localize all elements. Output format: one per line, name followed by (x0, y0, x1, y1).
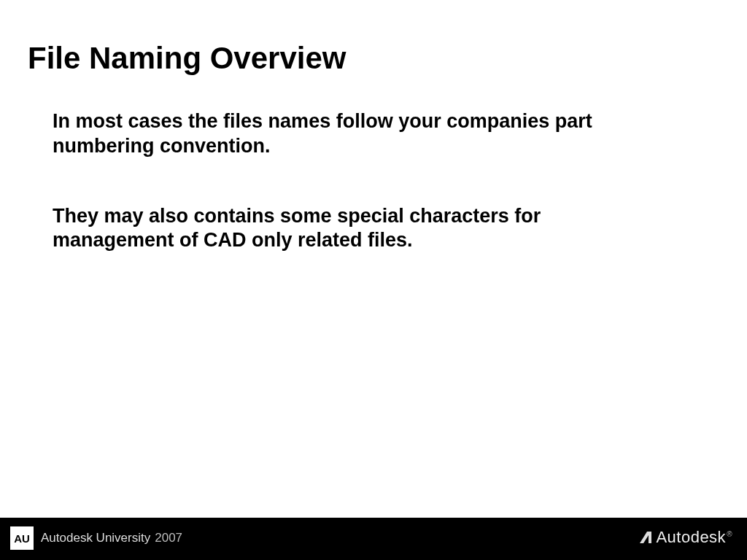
paragraph-1: In most cases the files names follow you… (53, 109, 636, 159)
body-text: In most cases the files names follow you… (53, 109, 636, 253)
footer-bar: AU Autodesk University 2007 Autodesk® (0, 518, 747, 560)
au-badge-icon: AU (10, 526, 34, 550)
slide-title: File Naming Overview (28, 41, 347, 76)
brand-name: Autodesk (656, 528, 726, 546)
footer-left: AU Autodesk University 2007 (10, 526, 182, 550)
paragraph-2: They may also contains some special char… (53, 204, 636, 254)
slide: File Naming Overview In most cases the f… (0, 0, 747, 560)
footer-right: Autodesk® (638, 528, 732, 547)
autodesk-brand-text: Autodesk® (656, 528, 732, 547)
au-badge-text: AU (14, 532, 30, 545)
au-university-text: Autodesk University (41, 531, 150, 545)
au-year-text: 2007 (155, 531, 182, 545)
au-label: Autodesk University 2007 (41, 531, 182, 545)
autodesk-logo-icon (638, 530, 653, 545)
registered-mark: ® (727, 530, 732, 538)
